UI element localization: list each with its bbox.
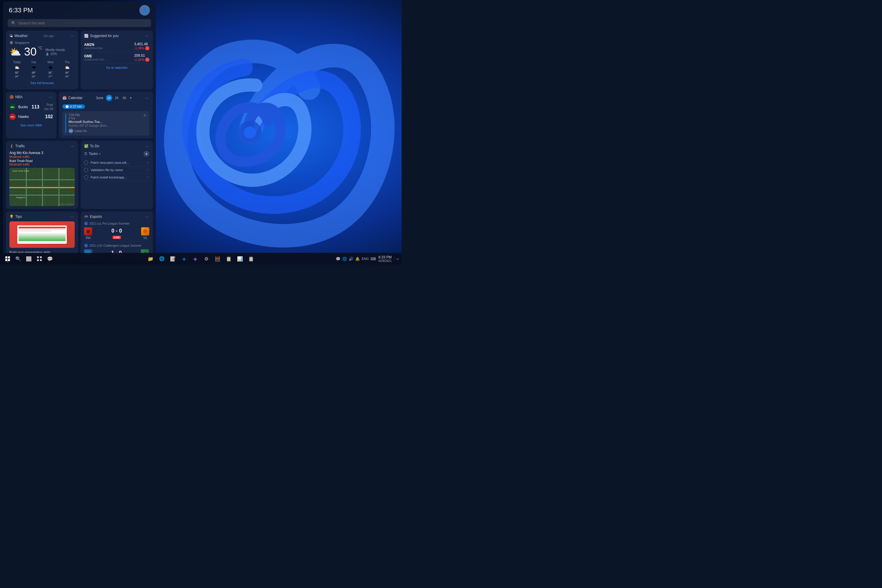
weather-main: ⛅ 30 °C Mostly cloudy 💧 22%: [9, 46, 75, 58]
see-more-nba[interactable]: See more NBA: [9, 123, 53, 127]
calendar-days: 28 29 30: [106, 94, 128, 101]
search-input[interactable]: [18, 21, 148, 25]
user-avatar[interactable]: 👤: [140, 5, 150, 16]
map-road-v3: [58, 168, 59, 206]
system-tray: 💬 🌐 🔊 🔔 ENG ⌨: [336, 256, 376, 261]
traffic-more-btn[interactable]: ···: [70, 144, 75, 148]
cal-day-28[interactable]: 28: [106, 94, 112, 101]
weather-temp: 30: [24, 46, 36, 58]
svg-marker-3: [86, 229, 90, 234]
keyboard-icon[interactable]: ⌨: [370, 256, 376, 261]
map-label-sg: Singapore: [16, 196, 25, 198]
task-star-3[interactable]: ☆: [146, 175, 149, 179]
forecast-thu: Thu ⛅ 31°26°: [60, 61, 75, 78]
calendar-more-btn[interactable]: ···: [145, 96, 149, 100]
show-desktop-icon[interactable]: ▭: [394, 257, 399, 261]
tray-time[interactable]: 6:33 PM 6/28/2021: [378, 255, 392, 262]
todo-card: ✅ To Do ··· 🗒 Tasks ▾ + Patch new,open,s…: [81, 141, 153, 209]
map-road-v1: [26, 168, 27, 206]
taskbar-settings[interactable]: ⚙: [202, 254, 211, 263]
taskbar-search-btn[interactable]: 🔍: [14, 254, 23, 263]
traffic-map[interactable]: Singapore Bukit Timah Road © 2021 TomTom: [9, 168, 75, 206]
row-nba-calendar: 🏀 NBA ··· MIL Bucks 113 Final Jun 28: [6, 92, 153, 138]
calendar-chevron[interactable]: ▾: [130, 96, 132, 100]
svg-rect-6: [5, 256, 8, 258]
svg-rect-13: [40, 259, 42, 261]
taskbar-excel[interactable]: 📊: [235, 254, 244, 263]
svg-rect-8: [5, 259, 8, 261]
svg-rect-11: [40, 256, 42, 258]
tips-icon: 💡: [9, 214, 14, 219]
traffic-card-header: 🚦 Traffic ···: [9, 144, 75, 148]
task-item-1: Patch new,open,save,edi... ☆: [84, 159, 149, 166]
esports-match-1: RW 0 - 0 LIVE V5: [84, 227, 149, 242]
widget-panel: 6:33 PM 👤 🔍 🌤 Weather 6m ago ··· 🏠: [3, 2, 156, 257]
panel-header: 6:33 PM 👤: [3, 2, 156, 18]
wechat-icon[interactable]: 💬: [336, 256, 340, 261]
hawks-logo: ATL: [9, 114, 16, 120]
task-star-2[interactable]: ☆: [146, 168, 149, 172]
time-display: 6:33 PM: [9, 6, 33, 14]
taskbar-chat[interactable]: 💬: [45, 254, 55, 263]
task-checkbox-2[interactable]: [84, 168, 88, 172]
todo-icon: ✅: [84, 144, 88, 148]
event-item[interactable]: 7:00 PM 2 hrs Microsoft Suzhou Toa... Su…: [62, 111, 149, 135]
weather-location: 🏠 Singapore: [9, 40, 75, 44]
calendar-icon: 📅: [62, 96, 67, 100]
weather-card-header: 🌤 Weather 6m ago ···: [9, 33, 75, 38]
taskbar-clipboard[interactable]: 📋: [224, 254, 233, 263]
taskbar-task-view[interactable]: ⬜: [24, 254, 33, 263]
stocks-card-header: 📈 Suggested for you ···: [84, 33, 149, 38]
nba-more-btn[interactable]: ···: [48, 94, 53, 99]
taskbar-start-btn[interactable]: [3, 254, 12, 263]
add-task-btn[interactable]: +: [144, 151, 149, 157]
tips-more-btn[interactable]: ···: [70, 214, 75, 219]
svg-rect-9: [8, 259, 10, 261]
cal-day-30[interactable]: 30: [121, 94, 128, 101]
taskbar-left: 🔍 ⬜ 💬: [3, 254, 55, 263]
taskbar-widgets[interactable]: [35, 254, 44, 263]
cal-day-29[interactable]: 29: [114, 94, 120, 101]
forecast-today: Today ⛅ 32°26°: [9, 61, 24, 78]
stocks-icon: 📈: [84, 34, 88, 38]
notification-icon[interactable]: 🔔: [355, 256, 360, 261]
watchlist-link[interactable]: Go to watchlist: [84, 66, 149, 69]
esports-more-btn[interactable]: ···: [145, 214, 149, 219]
see-full-forecast[interactable]: See full forecast: [9, 81, 75, 85]
taskbar-notepad[interactable]: 📝: [168, 254, 178, 263]
taskbar-teams[interactable]: 📋: [246, 254, 256, 263]
todo-more-btn[interactable]: ···: [145, 144, 149, 148]
taskbar-edge[interactable]: 🌐: [157, 254, 166, 263]
taskbar-calculator[interactable]: 🧮: [213, 254, 222, 263]
bucks-logo: MIL: [9, 104, 16, 110]
attendee-avatar: LH: [69, 129, 73, 133]
weather-more-btn[interactable]: ···: [70, 33, 75, 38]
volume-icon[interactable]: 🔊: [349, 256, 353, 261]
network-icon[interactable]: 🌐: [342, 256, 347, 261]
task-star-1[interactable]: ☆: [146, 160, 149, 165]
row-weather-stocks: 🌤 Weather 6m ago ··· 🏠 Singapore ⛅ 30 °C: [6, 31, 153, 89]
stocks-more-btn[interactable]: ···: [145, 33, 149, 38]
stocks-card: 📈 Suggested for you ··· AMZN AMAZON.COM.…: [81, 31, 153, 89]
weather-unit: °C: [38, 46, 43, 50]
nba-icon: 🏀: [9, 95, 14, 99]
task-checkbox-1[interactable]: [84, 160, 88, 165]
taskbar: 🔍 ⬜ 💬 📁 🌐 📝 ◈ ◈ ⚙ 🧮 📋 📊 📋 💬 🌐 🔊 🔔: [0, 253, 402, 265]
tasks-chevron: ▾: [99, 152, 100, 156]
team-hawks-row: ATL Hawks 102: [9, 112, 53, 121]
search-bar[interactable]: 🔍: [8, 19, 151, 27]
event-refresh-icon[interactable]: ↻: [144, 114, 146, 133]
taskbar-vscode-blue[interactable]: ◈: [179, 254, 189, 263]
event-color-bar: [65, 114, 66, 133]
nba-card-header: 🏀 NBA ···: [9, 94, 53, 99]
lang-indicator[interactable]: ENG: [362, 257, 369, 261]
task-checkbox-3[interactable]: [84, 175, 88, 179]
map-copyright: © 2021 TomTom: [58, 204, 74, 206]
taskbar-vscode-purple[interactable]: ◈: [190, 254, 200, 263]
traffic-title: 🚦 Traffic: [9, 144, 25, 148]
weather-forecast: Today ⛅ 32°26° Tue 🌧 29°26° Wed 🌦 31°27°: [9, 61, 75, 78]
event-pill: 🕐 in 27 min: [62, 104, 85, 109]
taskbar-file-explorer[interactable]: 📁: [146, 254, 155, 263]
mini-screenshot: [17, 225, 67, 244]
calendar-title: 📅 Calendar: [62, 96, 82, 100]
